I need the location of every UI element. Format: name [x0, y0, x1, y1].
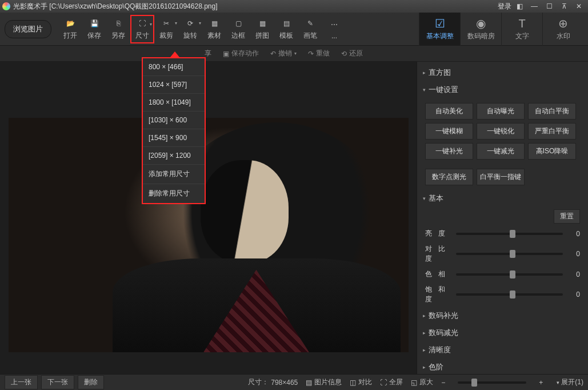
oneclick-btn-8[interactable]: 高ISO降噪	[528, 143, 576, 160]
watermark-icon: ⊕	[557, 17, 570, 30]
zoom-slider[interactable]	[458, 381, 526, 384]
oneclick-btn-2[interactable]: 自动白平衡	[528, 103, 576, 120]
oneclick-btn-7[interactable]: 一键减光	[477, 143, 525, 160]
title-bar: 光影魔术手 [C:\Users\xzwh\Desktop\QQ截图2016102…	[0, 0, 588, 13]
size-option-1[interactable]: 1024 × [597]	[143, 76, 205, 94]
toolbar-label: 旋转	[183, 31, 197, 41]
tab-darkroom[interactable]: ◉数码暗房	[460, 13, 501, 46]
oneclick-btn-6[interactable]: 一键补光	[425, 143, 473, 160]
toolbar-border-button[interactable]: ▢边框	[226, 15, 250, 43]
rotate-icon: ⟳	[184, 17, 197, 30]
canvas-area[interactable]	[0, 62, 417, 374]
slider-track[interactable]	[456, 253, 563, 255]
zoom-in-icon[interactable]: +	[539, 379, 543, 387]
brush-icon: ✎	[304, 17, 317, 30]
open-icon: 📂	[64, 17, 77, 30]
size-option-2[interactable]: 1800 × [1049]	[143, 94, 205, 112]
restore-button[interactable]: ⟲还原	[341, 49, 363, 58]
compare-button[interactable]: ◫对比	[350, 377, 372, 387]
minimize-button[interactable]: —	[527, 2, 541, 11]
slider-thumb[interactable]	[510, 230, 515, 238]
toolbar-crop-button[interactable]: ✂裁剪	[154, 15, 178, 43]
oneclick-btn-5[interactable]: 严重白平衡	[528, 123, 576, 140]
reset-button[interactable]: 重置	[554, 209, 580, 224]
section-oneclick[interactable]: ▾一键设置	[417, 81, 588, 98]
expand-panel-button[interactable]: ▾展开(1)	[557, 377, 583, 387]
toolbar-label: 模板	[279, 31, 293, 41]
size-option-5[interactable]: [2059] × 1200	[143, 147, 205, 165]
oneclick-btn-0[interactable]: 自动美化	[425, 103, 473, 120]
image-size-label: 尺寸：798×465	[248, 377, 298, 387]
toolbar-puzzle-button[interactable]: ▦拼图	[250, 15, 274, 43]
actual-size-button[interactable]: ◱原大	[411, 377, 433, 387]
oneclick-btn-3[interactable]: 一键模糊	[425, 123, 473, 140]
size-option-3[interactable]: [1030] × 600	[143, 112, 205, 129]
zoom-out-icon[interactable]: −	[441, 379, 445, 387]
slider-thumb[interactable]	[510, 270, 515, 278]
toolbar-more-button[interactable]: ⋯...	[322, 15, 346, 43]
toolbar-open-button[interactable]: 📂打开	[58, 15, 82, 43]
size-option-4[interactable]: [1545] × 900	[143, 129, 205, 147]
slider-track[interactable]	[456, 293, 563, 296]
toolbar-brush-button[interactable]: ✎画笔	[298, 15, 322, 43]
size-option-0[interactable]: 800 × [466]	[143, 58, 205, 76]
size-option-7[interactable]: 删除常用尺寸	[143, 184, 205, 203]
size-icon: ⛶	[136, 17, 149, 30]
slider-thumb[interactable]	[510, 290, 515, 299]
section-histogram[interactable]: ▸直方图	[417, 64, 588, 81]
pin-button[interactable]: ⊼	[557, 2, 571, 11]
text-icon: T	[515, 17, 529, 30]
oneclick-extra-1[interactable]: 白平衡一指键	[477, 169, 525, 185]
save-action-button[interactable]: ▣保存动作	[223, 49, 259, 58]
image-info-button[interactable]: ▤图片信息	[306, 377, 342, 387]
tab-watermark[interactable]: ⊕水印	[542, 13, 583, 46]
maximize-button[interactable]: ☐	[542, 2, 556, 11]
section-collapsed-2[interactable]: ▸清晰度	[417, 341, 588, 359]
toolbar-material-button[interactable]: ▦素材	[202, 15, 226, 43]
browse-images-button[interactable]: 浏览图片	[5, 20, 51, 38]
dropdown-arrow-icon	[170, 51, 179, 57]
slider-row-0: 亮 度0	[417, 226, 588, 241]
tab-text[interactable]: T文字	[501, 13, 542, 46]
login-link[interactable]: 登录	[498, 2, 511, 11]
redo-button[interactable]: ↷重做	[308, 49, 330, 58]
tab-basic[interactable]: ☑基本调整	[419, 13, 460, 46]
delete-image-button[interactable]: 删除	[78, 375, 104, 389]
slider-track[interactable]	[456, 273, 563, 276]
toolbar-template-button[interactable]: ▤模板	[274, 15, 298, 43]
prev-image-button[interactable]: 上一张	[5, 375, 38, 389]
slider-thumb[interactable]	[510, 250, 515, 258]
toolbar-label: 另存	[111, 31, 125, 41]
section-basic[interactable]: ▾基本	[417, 190, 588, 207]
toolbar-size-button[interactable]: ⛶尺寸	[130, 15, 154, 43]
template-icon: ▤	[280, 17, 293, 30]
toolbar-saveas-button[interactable]: ⎘另存	[106, 15, 130, 43]
next-image-button[interactable]: 下一张	[41, 375, 74, 389]
border-icon: ▢	[232, 17, 245, 30]
toolbar-label: 拼图	[255, 31, 269, 41]
slider-track[interactable]	[456, 233, 563, 235]
slider-row-3: 饱 和 度0	[417, 282, 588, 307]
skin-icon[interactable]: ◧	[513, 2, 526, 11]
toolbar-label: 裁剪	[159, 31, 173, 41]
save-icon: 💾	[88, 17, 101, 30]
toolbar-label: ...	[331, 32, 337, 40]
section-collapsed-1[interactable]: ▸数码减光	[417, 324, 588, 341]
status-bar: 上一张 下一张 删除 尺寸：798×465 ▤图片信息 ◫对比 ⛶全屏 ◱原大 …	[0, 374, 588, 390]
toolbar-label: 画笔	[303, 31, 317, 41]
close-button[interactable]: ✕	[572, 2, 586, 11]
slider-label: 对 比 度	[425, 244, 456, 264]
size-option-6[interactable]: 添加常用尺寸	[143, 165, 205, 184]
toolbar-rotate-button[interactable]: ⟳旋转	[178, 15, 202, 43]
section-collapsed-0[interactable]: ▸数码补光	[417, 307, 588, 324]
oneclick-btn-1[interactable]: 自动曝光	[477, 103, 525, 120]
fullscreen-button[interactable]: ⛶全屏	[380, 377, 403, 387]
more-icon: ⋯	[328, 18, 341, 31]
toolbar-save-button[interactable]: 💾保存	[82, 15, 106, 43]
undo-button[interactable]: ↶撤销▾	[270, 49, 297, 58]
slider-value: 0	[566, 230, 580, 238]
image-preview	[9, 118, 409, 352]
oneclick-extra-0[interactable]: 数字点测光	[425, 169, 473, 185]
section-collapsed-3[interactable]: ▸色阶	[417, 359, 588, 374]
oneclick-btn-4[interactable]: 一键锐化	[477, 123, 525, 140]
